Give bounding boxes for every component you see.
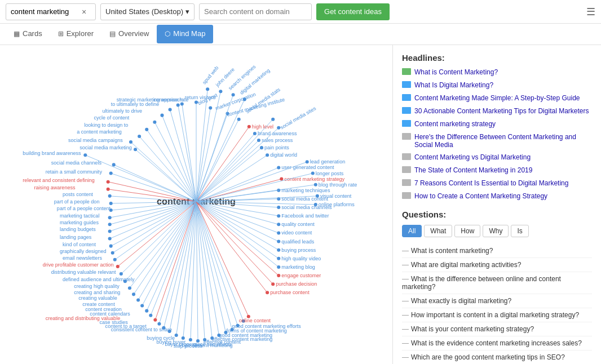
svg-text:brand awareness: brand awareness (258, 131, 297, 136)
svg-text:marketing tactical: marketing tactical (60, 213, 100, 219)
question-dash: — (402, 339, 409, 347)
svg-text:qualified leads: qualified leads (281, 239, 314, 245)
tab-cards-label: Cards (23, 29, 42, 38)
svg-point-226 (134, 148, 137, 151)
svg-text:longer posts: longer posts (316, 171, 344, 176)
tab-mindmap[interactable]: ⬡ Mind Map (157, 25, 213, 43)
svg-text:quality content: quality content (281, 221, 315, 227)
svg-text:digital world: digital world (270, 152, 297, 158)
headline-item[interactable]: 30 Actionable Content Marketing Tips for… (402, 107, 592, 116)
tab-explorer[interactable]: ⊞ Explorer (50, 25, 101, 43)
svg-line-141 (111, 202, 196, 246)
filter-button[interactable]: How (454, 225, 480, 237)
questions-list: —What is content marketing?—What are dig… (402, 244, 592, 364)
question-item[interactable]: —Which are the good content marketing ti… (402, 350, 592, 364)
domain-search-input[interactable] (199, 3, 312, 20)
svg-point-19 (277, 223, 280, 226)
question-dash: — (402, 261, 409, 269)
get-content-ideas-button[interactable]: Get content ideas (316, 3, 390, 20)
headline-text: How to Create a Content Marketing Strate… (414, 192, 547, 200)
question-item[interactable]: —What is the difference between online a… (402, 272, 592, 294)
filter-button[interactable]: All (402, 225, 422, 237)
questions-section: Questions: AllWhatHowWhyIs —What is cont… (402, 210, 592, 364)
svg-text:creating high quality: creating high quality (74, 283, 120, 289)
svg-text:good content marketing efforts: good content marketing efforts (232, 323, 302, 329)
svg-line-210 (196, 202, 226, 332)
svg-point-43 (266, 291, 269, 294)
svg-point-181 (157, 322, 161, 326)
headline-item[interactable]: What Is Digital Marketing? (402, 81, 592, 90)
svg-text:visual content: visual content (320, 193, 352, 199)
menu-icon[interactable]: ☰ (586, 6, 595, 18)
svg-line-228 (131, 142, 196, 202)
headline-item[interactable]: What is Content Marketing? (402, 68, 592, 77)
questions-title: Questions: (402, 210, 592, 219)
headlines-list: What is Content Marketing?What Is Digita… (402, 68, 592, 201)
tab-overview-label: Overview (118, 29, 149, 38)
question-item[interactable]: —What is your content marketing strategy… (402, 322, 592, 336)
svg-point-82 (314, 183, 317, 187)
clear-icon[interactable]: × (82, 7, 86, 16)
country-select[interactable]: United States (Desktop) ▾ (100, 3, 195, 20)
svg-point-76 (306, 160, 309, 163)
svg-line-138 (110, 202, 196, 239)
svg-text:social media campaigns: social media campaigns (68, 137, 123, 143)
svg-point-103 (219, 90, 222, 93)
svg-point-235 (145, 128, 148, 131)
question-item[interactable]: —What is the evidence content marketing … (402, 336, 592, 350)
svg-rect-253 (402, 81, 411, 88)
headline-item[interactable]: The State of Content Marketing in 2019 (402, 166, 592, 175)
headline-item[interactable]: Content Marketing vs Digital Marketing (402, 153, 592, 162)
svg-rect-255 (402, 107, 411, 114)
svg-rect-256 (402, 120, 411, 127)
tab-overview[interactable]: ▤ Overview (101, 25, 157, 43)
svg-point-70 (195, 100, 198, 104)
headline-text: Content Marketing Made Simple: A Step-by… (414, 94, 580, 102)
svg-line-117 (108, 189, 196, 202)
svg-line-153 (121, 202, 196, 274)
svg-text:Facebook and twitter: Facebook and twitter (281, 213, 329, 219)
svg-text:marketing blog: marketing blog (281, 264, 315, 270)
question-dash: — (402, 311, 409, 319)
svg-point-4 (280, 177, 283, 181)
headline-text: 7 Reasons Content Is Essential to Digita… (414, 179, 568, 187)
headline-item[interactable]: Content Marketing Made Simple: A Step-by… (402, 94, 592, 103)
svg-text:video content: video content (281, 230, 312, 236)
headline-flag (402, 153, 411, 162)
search-input[interactable] (11, 7, 78, 16)
svg-point-25 (277, 240, 280, 243)
svg-line-231 (139, 136, 196, 202)
svg-text:consistent content to share: consistent content to share (111, 327, 172, 332)
svg-line-57 (196, 127, 249, 202)
headline-flag (402, 107, 411, 116)
question-dash: — (402, 275, 409, 283)
svg-rect-261 (402, 192, 411, 199)
question-item[interactable]: —What is content marketing? (402, 244, 592, 258)
tab-cards[interactable]: ▦ Cards (6, 25, 50, 43)
svg-point-136 (108, 229, 112, 233)
svg-text:engage customer: engage customer (281, 273, 321, 278)
svg-point-112 (109, 171, 113, 175)
question-dash: — (402, 247, 409, 255)
filter-button[interactable]: Is (511, 225, 528, 237)
headline-item[interactable]: Here's the Difference Between Content Ma… (402, 133, 592, 149)
headline-item[interactable]: 7 Reasons Content Is Essential to Digita… (402, 179, 592, 188)
headline-item[interactable]: How to Create a Content Marketing Strate… (402, 192, 592, 201)
svg-point-163 (132, 292, 135, 296)
svg-text:blog through rate: blog through rate (319, 182, 357, 188)
svg-line-249 (85, 155, 196, 202)
filter-button[interactable]: What (424, 225, 452, 237)
question-item[interactable]: —How important is content in a digital m… (402, 308, 592, 322)
headline-flag (402, 68, 411, 77)
svg-point-244 (169, 108, 172, 112)
svg-rect-254 (402, 94, 411, 101)
filter-button[interactable]: Why (483, 225, 509, 237)
headlines-title: Headlines: (402, 53, 592, 63)
svg-text:part of a people content: part of a people content (57, 206, 111, 211)
svg-text:defined audience and ultimatel: defined audience and ultimately (63, 277, 135, 282)
question-item[interactable]: —What are digital marketing activities? (402, 258, 592, 272)
svg-text:social media channels: social media channels (51, 160, 102, 166)
headline-text: What is Content Marketing? (414, 68, 498, 76)
question-item[interactable]: —What exactly is digital marketing? (402, 294, 592, 308)
headline-item[interactable]: Content marketing strategy (402, 120, 592, 128)
